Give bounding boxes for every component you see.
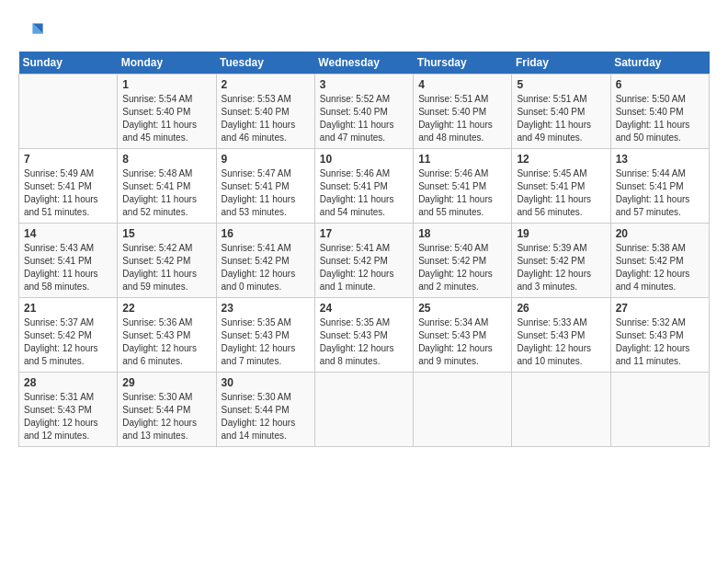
day-info: Sunrise: 5:33 AM Sunset: 5:43 PM Dayligh… — [517, 316, 605, 368]
day-info: Sunrise: 5:46 AM Sunset: 5:41 PM Dayligh… — [418, 167, 506, 219]
calendar-cell: 11Sunrise: 5:46 AM Sunset: 5:41 PM Dayli… — [414, 149, 512, 224]
calendar-cell: 9Sunrise: 5:47 AM Sunset: 5:41 PM Daylig… — [216, 149, 314, 224]
calendar-cell: 7Sunrise: 5:49 AM Sunset: 5:41 PM Daylig… — [19, 149, 118, 224]
day-of-week-header: Tuesday — [216, 52, 314, 75]
day-number: 4 — [418, 78, 506, 91]
day-number: 1 — [122, 78, 210, 91]
day-number: 5 — [517, 78, 605, 91]
calendar-week-row: 28Sunrise: 5:31 AM Sunset: 5:43 PM Dayli… — [19, 373, 710, 447]
day-info: Sunrise: 5:43 AM Sunset: 5:41 PM Dayligh… — [24, 242, 112, 293]
day-info: Sunrise: 5:37 AM Sunset: 5:42 PM Dayligh… — [24, 316, 112, 368]
calendar-cell: 23Sunrise: 5:35 AM Sunset: 5:43 PM Dayli… — [216, 298, 314, 373]
day-number: 30 — [222, 376, 310, 389]
day-info: Sunrise: 5:42 AM Sunset: 5:42 PM Dayligh… — [122, 242, 210, 293]
calendar-cell: 22Sunrise: 5:36 AM Sunset: 5:43 PM Dayli… — [118, 298, 216, 373]
calendar-cell: 18Sunrise: 5:40 AM Sunset: 5:42 PM Dayli… — [414, 224, 512, 298]
day-info: Sunrise: 5:30 AM Sunset: 5:44 PM Dayligh… — [122, 391, 210, 442]
day-info: Sunrise: 5:51 AM Sunset: 5:40 PM Dayligh… — [418, 93, 506, 144]
calendar-week-row: 7Sunrise: 5:49 AM Sunset: 5:41 PM Daylig… — [19, 149, 710, 224]
calendar-cell: 20Sunrise: 5:38 AM Sunset: 5:42 PM Dayli… — [610, 224, 709, 298]
page-header — [18, 18, 710, 44]
day-info: Sunrise: 5:45 AM Sunset: 5:41 PM Dayligh… — [517, 167, 605, 219]
calendar-week-row: 1Sunrise: 5:54 AM Sunset: 5:40 PM Daylig… — [19, 75, 710, 149]
day-info: Sunrise: 5:47 AM Sunset: 5:41 PM Dayligh… — [222, 167, 310, 219]
day-number: 2 — [222, 78, 310, 91]
day-number: 6 — [616, 78, 704, 91]
day-info: Sunrise: 5:53 AM Sunset: 5:40 PM Dayligh… — [222, 93, 310, 144]
day-number: 27 — [616, 302, 704, 315]
day-info: Sunrise: 5:40 AM Sunset: 5:42 PM Dayligh… — [418, 242, 506, 293]
day-number: 24 — [320, 302, 408, 315]
day-info: Sunrise: 5:32 AM Sunset: 5:43 PM Dayligh… — [616, 316, 704, 368]
calendar-cell: 27Sunrise: 5:32 AM Sunset: 5:43 PM Dayli… — [610, 298, 709, 373]
calendar-cell: 15Sunrise: 5:42 AM Sunset: 5:42 PM Dayli… — [118, 224, 216, 298]
calendar-cell: 16Sunrise: 5:41 AM Sunset: 5:42 PM Dayli… — [216, 224, 314, 298]
calendar-week-row: 21Sunrise: 5:37 AM Sunset: 5:42 PM Dayli… — [19, 298, 710, 373]
calendar-cell: 28Sunrise: 5:31 AM Sunset: 5:43 PM Dayli… — [19, 373, 118, 447]
day-info: Sunrise: 5:39 AM Sunset: 5:42 PM Dayligh… — [517, 242, 605, 293]
day-info: Sunrise: 5:35 AM Sunset: 5:43 PM Dayligh… — [222, 316, 310, 368]
day-number: 7 — [24, 153, 112, 166]
calendar-cell: 17Sunrise: 5:41 AM Sunset: 5:42 PM Dayli… — [314, 224, 413, 298]
day-number: 10 — [320, 153, 408, 166]
calendar-cell: 5Sunrise: 5:51 AM Sunset: 5:40 PM Daylig… — [512, 75, 610, 149]
day-info: Sunrise: 5:50 AM Sunset: 5:40 PM Dayligh… — [616, 93, 704, 144]
logo-icon — [18, 18, 44, 44]
calendar-cell: 13Sunrise: 5:44 AM Sunset: 5:41 PM Dayli… — [610, 149, 709, 224]
calendar-cell: 4Sunrise: 5:51 AM Sunset: 5:40 PM Daylig… — [414, 75, 512, 149]
calendar-cell: 14Sunrise: 5:43 AM Sunset: 5:41 PM Dayli… — [19, 224, 118, 298]
day-info: Sunrise: 5:48 AM Sunset: 5:41 PM Dayligh… — [122, 167, 210, 219]
day-number: 14 — [24, 227, 112, 240]
calendar-cell — [19, 75, 118, 149]
day-number: 17 — [320, 227, 408, 240]
calendar-cell: 25Sunrise: 5:34 AM Sunset: 5:43 PM Dayli… — [414, 298, 512, 373]
day-info: Sunrise: 5:49 AM Sunset: 5:41 PM Dayligh… — [24, 167, 112, 219]
day-number: 11 — [418, 153, 506, 166]
day-of-week-header: Sunday — [19, 52, 118, 75]
day-number: 9 — [222, 153, 310, 166]
day-number: 12 — [517, 153, 605, 166]
calendar-cell: 12Sunrise: 5:45 AM Sunset: 5:41 PM Dayli… — [512, 149, 610, 224]
day-number: 13 — [616, 153, 704, 166]
day-of-week-header: Wednesday — [314, 52, 413, 75]
calendar-cell — [610, 373, 709, 447]
day-number: 21 — [24, 302, 112, 315]
calendar-cell: 6Sunrise: 5:50 AM Sunset: 5:40 PM Daylig… — [610, 75, 709, 149]
day-info: Sunrise: 5:52 AM Sunset: 5:40 PM Dayligh… — [320, 93, 408, 144]
calendar-header-row: SundayMondayTuesdayWednesdayThursdayFrid… — [19, 52, 710, 75]
day-of-week-header: Friday — [512, 52, 610, 75]
day-info: Sunrise: 5:46 AM Sunset: 5:41 PM Dayligh… — [320, 167, 408, 219]
calendar-table: SundayMondayTuesdayWednesdayThursdayFrid… — [18, 52, 710, 447]
day-number: 23 — [222, 302, 310, 315]
calendar-cell: 26Sunrise: 5:33 AM Sunset: 5:43 PM Dayli… — [512, 298, 610, 373]
calendar-cell: 29Sunrise: 5:30 AM Sunset: 5:44 PM Dayli… — [118, 373, 216, 447]
day-info: Sunrise: 5:38 AM Sunset: 5:42 PM Dayligh… — [616, 242, 704, 293]
day-number: 20 — [616, 227, 704, 240]
day-info: Sunrise: 5:30 AM Sunset: 5:44 PM Dayligh… — [222, 391, 310, 442]
calendar-cell: 24Sunrise: 5:35 AM Sunset: 5:43 PM Dayli… — [314, 298, 413, 373]
day-info: Sunrise: 5:36 AM Sunset: 5:43 PM Dayligh… — [122, 316, 210, 368]
day-number: 3 — [320, 78, 408, 91]
day-info: Sunrise: 5:51 AM Sunset: 5:40 PM Dayligh… — [517, 93, 605, 144]
calendar-cell: 10Sunrise: 5:46 AM Sunset: 5:41 PM Dayli… — [314, 149, 413, 224]
day-of-week-header: Monday — [118, 52, 216, 75]
day-number: 22 — [122, 302, 210, 315]
day-number: 26 — [517, 302, 605, 315]
calendar-cell — [512, 373, 610, 447]
day-number: 25 — [418, 302, 506, 315]
day-number: 8 — [122, 153, 210, 166]
calendar-cell: 8Sunrise: 5:48 AM Sunset: 5:41 PM Daylig… — [118, 149, 216, 224]
logo — [18, 18, 48, 44]
calendar-cell: 30Sunrise: 5:30 AM Sunset: 5:44 PM Dayli… — [216, 373, 314, 447]
day-info: Sunrise: 5:44 AM Sunset: 5:41 PM Dayligh… — [616, 167, 704, 219]
day-number: 28 — [24, 376, 112, 389]
day-info: Sunrise: 5:31 AM Sunset: 5:43 PM Dayligh… — [24, 391, 112, 442]
day-number: 18 — [418, 227, 506, 240]
day-number: 29 — [122, 376, 210, 389]
calendar-cell: 19Sunrise: 5:39 AM Sunset: 5:42 PM Dayli… — [512, 224, 610, 298]
day-of-week-header: Saturday — [610, 52, 709, 75]
day-info: Sunrise: 5:54 AM Sunset: 5:40 PM Dayligh… — [122, 93, 210, 144]
day-info: Sunrise: 5:41 AM Sunset: 5:42 PM Dayligh… — [222, 242, 310, 293]
day-number: 19 — [517, 227, 605, 240]
day-of-week-header: Thursday — [414, 52, 512, 75]
